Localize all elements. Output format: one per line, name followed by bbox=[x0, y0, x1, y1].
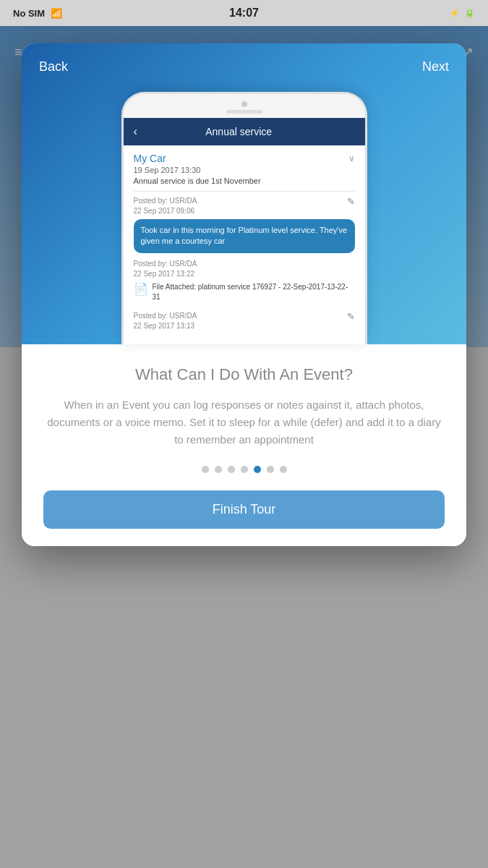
wifi-icon: 📶 bbox=[51, 8, 62, 19]
post-meta-info-1: Posted by: USR/DA 22 Sep 2017 09:06 bbox=[134, 196, 197, 216]
modal-title: What Can I Do With An Event? bbox=[43, 365, 445, 386]
phone-mockup: ‹ Annual service My Car ∨ 19 Sep 2017 13… bbox=[121, 92, 367, 344]
battery-icon: 🔋 bbox=[464, 8, 475, 18]
next-button[interactable]: Next bbox=[422, 56, 449, 77]
post-meta-info-3: Posted by: USR/DA 22 Sep 2017 13:13 bbox=[134, 311, 197, 331]
app-content: My Car ∨ 19 Sep 2017 13:30 Annual servic… bbox=[124, 145, 365, 344]
phone-speaker bbox=[226, 110, 262, 114]
car-date: 19 Sep 2017 13:30 bbox=[134, 166, 355, 174]
post-by-3: Posted by: USR/DA bbox=[134, 311, 197, 321]
post-item: Posted by: USR/DA 22 Sep 2017 09:06 ✎ To… bbox=[134, 196, 355, 253]
post-meta-info-2: Posted by: USR/DA 22 Sep 2017 13:22 bbox=[134, 259, 355, 279]
car-name-row: My Car ∨ bbox=[134, 153, 355, 164]
dot-5-active bbox=[254, 466, 261, 473]
phone-camera bbox=[241, 101, 247, 107]
car-description: Annual service is due 1st November bbox=[134, 176, 355, 185]
app-topbar: ‹ Annual service bbox=[124, 118, 365, 145]
bluetooth-icon: ⚡ bbox=[449, 8, 460, 18]
app-topbar-title: Annual service bbox=[205, 126, 272, 137]
modal-nav: Back Next bbox=[39, 56, 449, 77]
attachment-row: 📄 File Attached: platinum service 176927… bbox=[134, 279, 355, 305]
dot-1 bbox=[202, 466, 209, 473]
post-date-3: 22 Sep 2017 13:13 bbox=[134, 321, 197, 331]
modal-bottom: What Can I Do With An Event? When in an … bbox=[22, 344, 466, 547]
dot-2 bbox=[215, 466, 222, 473]
dot-6 bbox=[267, 466, 274, 473]
car-chevron-icon: ∨ bbox=[348, 153, 355, 163]
post-by-2: Posted by: USR/DA bbox=[134, 259, 355, 269]
post-bubble-1: Took car in this morning for Platinum le… bbox=[134, 219, 355, 253]
divider bbox=[134, 191, 355, 192]
post-meta-3: Posted by: USR/DA 22 Sep 2017 13:13 ✎ bbox=[134, 311, 355, 331]
post-by-1: Posted by: USR/DA bbox=[134, 196, 197, 206]
post-date-1: 22 Sep 2017 09:06 bbox=[134, 206, 197, 216]
app-screen: ‹ Annual service My Car ∨ 19 Sep 2017 13… bbox=[124, 118, 365, 344]
status-time: 14:07 bbox=[229, 7, 259, 20]
dot-3 bbox=[228, 466, 235, 473]
attachment-text: File Attached: platinum service 176927 -… bbox=[153, 282, 355, 302]
app-back-icon: ‹ bbox=[134, 125, 137, 138]
car-name: My Car bbox=[134, 153, 166, 164]
post-date-2: 22 Sep 2017 13:22 bbox=[134, 269, 355, 279]
back-button[interactable]: Back bbox=[39, 56, 68, 77]
dot-4 bbox=[241, 466, 248, 473]
status-left: No SIM 📶 bbox=[13, 8, 62, 19]
pdf-icon: 📄 bbox=[134, 282, 148, 296]
finish-tour-button[interactable]: Finish Tour bbox=[43, 490, 445, 529]
post-meta-1: Posted by: USR/DA 22 Sep 2017 09:06 ✎ bbox=[134, 196, 355, 216]
post-item-3: Posted by: USR/DA 22 Sep 2017 13:13 ✎ bbox=[134, 311, 355, 331]
dot-7 bbox=[280, 466, 287, 473]
post-edit-icon-1: ✎ bbox=[347, 196, 355, 207]
modal-card: Back Next ‹ Annual service My Car bbox=[22, 43, 466, 546]
post-item-2: Posted by: USR/DA 22 Sep 2017 13:22 📄 Fi… bbox=[134, 259, 355, 305]
post-edit-icon-3: ✎ bbox=[347, 311, 355, 322]
modal-header: Back Next ‹ Annual service My Car bbox=[22, 43, 466, 344]
modal-description: When in an Event you can log responses o… bbox=[43, 396, 445, 448]
carrier-label: No SIM bbox=[13, 8, 45, 19]
phone-top bbox=[124, 94, 365, 118]
status-right: ⚡ 🔋 bbox=[449, 8, 475, 18]
dots-row bbox=[43, 466, 445, 473]
